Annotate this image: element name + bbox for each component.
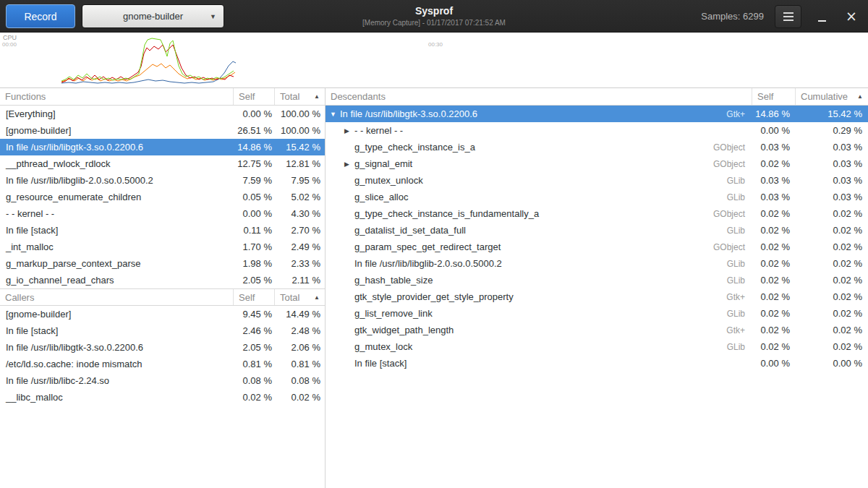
- function-row[interactable]: In file /usr/lib/libglib-2.0.so.0.5000.2…: [0, 172, 325, 189]
- descendant-row[interactable]: g_list_remove_link GLib 0.02 % 0.02 %: [326, 305, 868, 322]
- function-name: In file [stack]: [0, 225, 234, 236]
- caller-row[interactable]: __libc_malloc 0.02 % 0.02 %: [0, 389, 325, 406]
- cpu-graph-area[interactable]: CPU 00:00 00:30: [0, 33, 868, 88]
- function-total-percent: 2.11 %: [275, 275, 325, 286]
- function-total-percent: 5.02 %: [275, 192, 325, 202]
- descendant-self-percent: 0.02 %: [752, 225, 796, 236]
- function-self-percent: 2.05 %: [234, 275, 275, 286]
- caller-row[interactable]: In file /usr/lib/libc-2.24.so 0.08 % 0.0…: [0, 372, 325, 389]
- disclosure-triangle-icon[interactable]: ▶: [344, 160, 354, 168]
- descendant-row[interactable]: g_type_check_instance_is_a GObject 0.03 …: [326, 139, 868, 155]
- caller-row[interactable]: /etc/ld.so.cache: inode mismatch 0.81 % …: [0, 356, 325, 372]
- function-self-percent: 0.11 %: [234, 225, 275, 236]
- function-row[interactable]: - - kernel - - 0.00 % 4.30 %: [0, 205, 325, 222]
- function-row[interactable]: In file [stack] 0.11 % 2.70 %: [0, 222, 325, 239]
- function-name: In file /usr/lib/libgtk-3.so.0.2200.6: [0, 142, 234, 153]
- descendant-row[interactable]: g_mutex_lock GLib 0.02 % 0.02 %: [326, 338, 868, 355]
- descendant-row[interactable]: gtk_widget_path_length Gtk+ 0.02 % 0.02 …: [326, 322, 868, 338]
- descendants-cumulative-column-header[interactable]: Cumulative ▲: [796, 88, 868, 105]
- library-tag: GLib: [727, 176, 752, 186]
- descendant-row[interactable]: gtk_style_provider_get_style_property Gt…: [326, 288, 868, 305]
- function-name: - - kernel - -: [0, 208, 234, 219]
- descendant-self-percent: 0.02 %: [752, 275, 796, 286]
- sort-indicator-icon: ▲: [314, 93, 320, 100]
- descendants-rows: ▼ In file /usr/lib/libgtk-3.so.0.2200.6 …: [326, 106, 868, 372]
- descendants-column-header[interactable]: Descendants: [326, 88, 752, 105]
- descendant-self-percent: 0.02 %: [752, 325, 796, 335]
- descendant-self-percent: 0.02 %: [752, 291, 796, 302]
- descendant-row[interactable]: g_datalist_id_set_data_full GLib 0.02 % …: [326, 222, 868, 239]
- function-row[interactable]: [gnome-builder] 26.51 % 100.00 %: [0, 122, 325, 139]
- descendant-row[interactable]: g_mutex_unlock GLib 0.03 % 0.03 %: [326, 172, 868, 189]
- disclosure-triangle-icon[interactable]: ▶: [344, 127, 354, 134]
- function-row[interactable]: __pthread_rwlock_rdlock 12.75 % 12.81 %: [0, 155, 325, 172]
- descendant-row[interactable]: ▼ In file /usr/lib/libgtk-3.so.0.2200.6 …: [326, 106, 868, 122]
- descendant-cumulative-percent: 0.02 %: [796, 258, 868, 269]
- descendant-name-cell: g_slice_alloc GLib: [354, 192, 752, 202]
- function-row[interactable]: In file /usr/lib/libgtk-3.so.0.2200.6 14…: [0, 139, 325, 155]
- functions-self-column-header[interactable]: Self: [234, 88, 275, 105]
- descendant-row[interactable]: ▶ g_signal_emit GObject 0.02 % 0.03 %: [326, 155, 868, 172]
- caller-name: [gnome-builder]: [0, 309, 234, 320]
- caller-row[interactable]: In file /usr/lib/libgtk-3.so.0.2200.6 2.…: [0, 339, 325, 356]
- descendant-row[interactable]: In file [stack] 0.00 % 0.00 %: [326, 355, 868, 372]
- functions-total-column-header[interactable]: Total ▲: [275, 88, 325, 105]
- cpu-line-blue: [61, 61, 236, 83]
- descendant-name: g_slice_alloc: [354, 192, 408, 202]
- descendant-self-percent: 0.02 %: [752, 258, 796, 269]
- descendant-name-cell: g_param_spec_get_redirect_target GObject: [354, 241, 752, 252]
- disclosure-triangle-icon[interactable]: ▼: [330, 111, 340, 118]
- functions-total-label: Total: [280, 91, 299, 102]
- caller-row[interactable]: In file [stack] 2.46 % 2.48 %: [0, 322, 325, 339]
- window-title-block: Sysprof [Memory Capture] - 01/17/2017 07…: [217, 4, 651, 27]
- callers-total-column-header[interactable]: Total ▲: [275, 289, 325, 305]
- library-tag: GLib: [727, 259, 752, 269]
- library-tag: Gtk+: [726, 109, 752, 119]
- descendant-name-cell: g_type_check_instance_is_a GObject: [354, 142, 752, 153]
- callers-self-column-header[interactable]: Self: [234, 289, 275, 305]
- descendant-row[interactable]: In file /usr/lib/libglib-2.0.so.0.5000.2…: [326, 255, 868, 272]
- descendant-name: g_type_check_instance_is_fundamentally_a: [354, 208, 539, 219]
- descendant-row[interactable]: g_slice_alloc GLib 0.03 % 0.03 %: [326, 189, 868, 205]
- hamburger-menu-button[interactable]: [775, 5, 801, 28]
- descendants-self-column-header[interactable]: Self: [752, 88, 796, 105]
- caller-row[interactable]: [gnome-builder] 9.45 % 14.49 %: [0, 306, 325, 322]
- callers-column-header[interactable]: Callers: [0, 289, 234, 305]
- functions-rows: [Everything] 0.00 % 100.00 % [gnome-buil…: [0, 106, 325, 288]
- descendant-cumulative-percent: 0.02 %: [796, 325, 868, 335]
- descendants-table-header: Descendants Self Cumulative ▲: [326, 88, 868, 106]
- descendant-row[interactable]: ▶ - - kernel - - 0.00 % 0.29 %: [326, 122, 868, 139]
- descendant-self-percent: 0.02 %: [752, 341, 796, 352]
- descendant-cumulative-percent: 15.42 %: [796, 108, 868, 119]
- descendant-row[interactable]: g_type_check_instance_is_fundamentally_a…: [326, 205, 868, 222]
- function-row[interactable]: [Everything] 0.00 % 100.00 %: [0, 106, 325, 122]
- function-row[interactable]: g_markup_parse_context_parse 1.98 % 2.33…: [0, 255, 325, 272]
- descendant-name-cell: g_list_remove_link GLib: [354, 308, 752, 319]
- descendant-self-percent: 14.86 %: [752, 108, 796, 119]
- function-row[interactable]: _int_malloc 1.70 % 2.49 %: [0, 239, 325, 255]
- callers-rows: [gnome-builder] 9.45 % 14.49 % In file […: [0, 306, 325, 406]
- descendant-name: In file [stack]: [354, 358, 407, 369]
- functions-column-header[interactable]: Functions: [0, 88, 234, 105]
- caller-total-percent: 2.06 %: [275, 342, 325, 353]
- descendant-row[interactable]: g_param_spec_get_redirect_target GObject…: [326, 239, 868, 255]
- function-name: __pthread_rwlock_rdlock: [0, 158, 234, 169]
- headerbar: Record gnome-builder ▼ Sysprof [Memory C…: [0, 0, 868, 33]
- library-tag: GLib: [727, 309, 752, 319]
- function-self-percent: 14.86 %: [234, 142, 275, 153]
- function-row[interactable]: g_resource_enumerate_children 0.05 % 5.0…: [0, 189, 325, 205]
- minimize-button[interactable]: [812, 7, 831, 27]
- function-self-percent: 7.59 %: [234, 175, 275, 186]
- descendant-name: gtk_style_provider_get_style_property: [354, 291, 514, 302]
- record-button[interactable]: Record: [6, 4, 75, 28]
- process-selector-dropdown[interactable]: gnome-builder ▼: [82, 4, 224, 28]
- function-row[interactable]: g_io_channel_read_chars 2.05 % 2.11 %: [0, 272, 325, 288]
- descendant-self-percent: 0.02 %: [752, 158, 796, 169]
- function-name: _int_malloc: [0, 241, 234, 252]
- descendant-name-cell: g_datalist_id_set_data_full GLib: [354, 225, 752, 236]
- descendants-cumulative-label: Cumulative: [801, 91, 848, 102]
- descendant-row[interactable]: g_hash_table_size GLib 0.02 % 0.02 %: [326, 272, 868, 288]
- descendant-self-percent: 0.03 %: [752, 142, 796, 153]
- function-name: [Everything]: [0, 108, 234, 119]
- close-button[interactable]: ×: [842, 7, 861, 27]
